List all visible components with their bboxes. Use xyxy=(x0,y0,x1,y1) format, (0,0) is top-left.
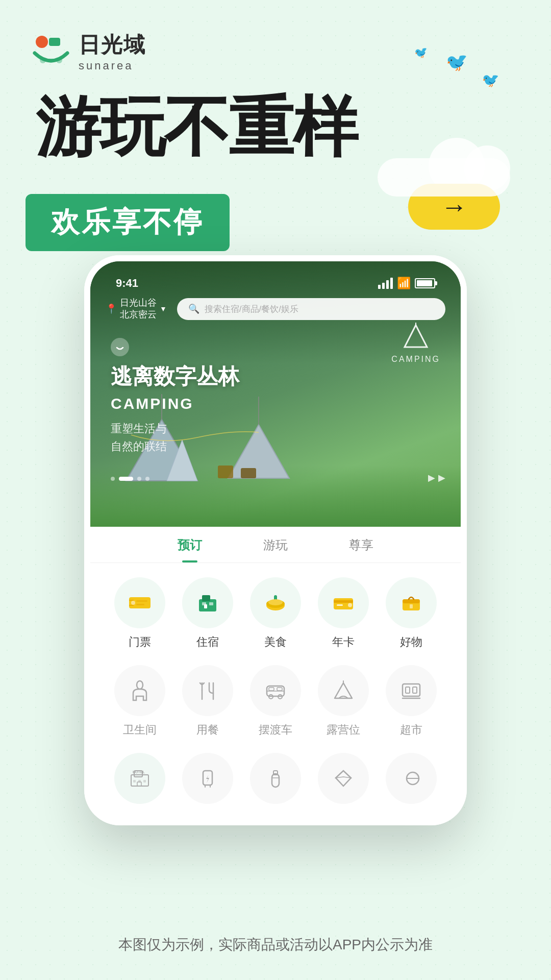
bottle-icon xyxy=(264,767,287,790)
food-label: 美食 xyxy=(264,634,287,650)
icon-charging[interactable] xyxy=(182,753,233,804)
shuttle-circle xyxy=(250,665,301,716)
location-text: 日光山谷 北京密云 xyxy=(120,297,157,321)
camping-label: CAMPING xyxy=(391,355,440,364)
restroom-label: 卫生间 xyxy=(123,722,157,738)
bird-icon-3: 🐦 xyxy=(413,44,431,62)
signal-icon xyxy=(378,278,393,289)
goods-icon xyxy=(398,590,424,616)
shuttle-icon xyxy=(264,679,287,702)
dining-circle xyxy=(182,665,233,716)
banner-logo-small xyxy=(111,338,129,356)
footer-text: 本图仅为示例，实际商品或活动以APP内公示为准 xyxy=(0,935,551,954)
icon-dining[interactable]: 用餐 xyxy=(182,665,233,738)
icon-annual[interactable]: 年卡 xyxy=(318,577,369,650)
svg-rect-52 xyxy=(143,780,146,782)
carousel-dot-4[interactable] xyxy=(145,477,149,481)
goods-label: 好物 xyxy=(400,634,422,650)
icon-restroom[interactable]: 卫生间 xyxy=(114,665,165,738)
supermarket-label: 超市 xyxy=(400,722,422,738)
icon-pill[interactable] xyxy=(386,753,437,804)
location-dropdown-icon[interactable]: ▼ xyxy=(160,305,167,313)
tab-booking[interactable]: 预订 xyxy=(147,537,233,553)
hotel-row3-circle: HOTEL xyxy=(114,753,165,804)
icon-diamond[interactable] xyxy=(318,753,369,804)
status-time: 9:41 xyxy=(116,277,138,290)
banner-title-en: CAMPING xyxy=(111,395,239,412)
tab-premium[interactable]: 尊享 xyxy=(318,537,404,553)
icon-ticket[interactable]: 门票 xyxy=(114,577,165,650)
camping-icon-area: CAMPING xyxy=(391,323,440,364)
carousel-dots xyxy=(111,477,149,481)
supermarket-circle xyxy=(386,665,437,716)
icon-campsite[interactable]: 露营位 xyxy=(318,665,369,738)
banner-content: 逃离数字丛林 CAMPING 重塑生活与 自然的联结 xyxy=(111,338,239,455)
pill-circle xyxy=(386,753,437,804)
banner-area: 9:41 📶 xyxy=(90,261,461,527)
icon-bottle[interactable] xyxy=(250,753,301,804)
icon-shuttle[interactable]: 摆渡车 xyxy=(250,665,301,738)
ticket-icon xyxy=(127,590,153,616)
battery-icon xyxy=(415,278,435,288)
header: 日光域 sunarea xyxy=(31,31,146,72)
svg-rect-15 xyxy=(136,600,147,602)
logo-icon xyxy=(31,34,71,69)
svg-rect-18 xyxy=(202,595,210,601)
svg-point-0 xyxy=(36,36,48,48)
icon-supermarket[interactable]: 超市 xyxy=(386,665,437,738)
tab-bar: 预订 游玩 尊享 xyxy=(90,537,461,563)
icon-hotel[interactable]: 住宿 xyxy=(182,577,233,650)
dining-label: 用餐 xyxy=(196,722,219,738)
icon-grid-row2: 卫生间 用餐 xyxy=(90,660,461,748)
svg-rect-31 xyxy=(403,599,420,603)
svg-point-25 xyxy=(268,599,283,605)
annual-icon xyxy=(331,590,356,616)
campsite-circle xyxy=(318,665,369,716)
campsite-label: 露营位 xyxy=(327,722,360,738)
svg-point-2 xyxy=(40,57,46,63)
cloud-decoration xyxy=(378,158,510,197)
location-bar: 📍 日光山谷 北京密云 ▼ 🔍 搜索住宿/商品/餐饮/娱乐 xyxy=(106,297,445,321)
tab-play[interactable]: 游玩 xyxy=(233,537,318,553)
svg-rect-28 xyxy=(337,604,343,606)
pill-icon xyxy=(399,767,423,790)
svg-rect-20 xyxy=(209,602,213,605)
svg-marker-62 xyxy=(336,771,351,778)
logo-text: 日光域 sunarea xyxy=(79,31,146,72)
svg-point-33 xyxy=(137,681,143,689)
carousel-dot-3[interactable] xyxy=(137,477,141,481)
icon-food[interactable]: 美食 xyxy=(250,577,301,650)
bird-icon-1: 🐦 xyxy=(443,48,472,76)
svg-rect-50 xyxy=(133,780,136,782)
svg-rect-21 xyxy=(202,602,206,605)
logo-english: sunarea xyxy=(79,59,146,72)
shuttle-label: 摆渡车 xyxy=(259,722,292,738)
hotel-circle xyxy=(182,577,233,628)
hero-title: 游玩不重样 xyxy=(36,94,357,160)
banner-subtitle: 重塑生活与 自然的联结 xyxy=(111,420,239,455)
svg-rect-45 xyxy=(406,687,410,693)
svg-rect-9 xyxy=(218,465,233,478)
carousel-dot-1[interactable] xyxy=(111,477,115,481)
icon-hotel-row3[interactable]: HOTEL xyxy=(114,753,165,804)
svg-point-29 xyxy=(348,603,352,607)
campsite-icon xyxy=(332,679,355,702)
search-icon: 🔍 xyxy=(188,303,199,314)
status-icons: 📶 xyxy=(378,277,435,290)
icon-goods[interactable]: 好物 xyxy=(386,577,437,650)
food-circle xyxy=(250,577,301,628)
hotel-building-icon: HOTEL xyxy=(128,767,152,790)
diamond-icon xyxy=(332,767,355,790)
bottom-section: 预订 游玩 尊享 xyxy=(90,527,461,819)
search-bar[interactable]: 🔍 搜索住宿/商品/餐饮/娱乐 xyxy=(177,298,445,320)
svg-rect-53 xyxy=(137,782,141,786)
green-banner: 欢乐享不停 xyxy=(26,194,230,251)
banner-title-cn: 逃离数字丛林 xyxy=(111,362,239,391)
wifi-icon: 📶 xyxy=(397,277,411,290)
status-bar: 9:41 📶 xyxy=(116,277,435,290)
svg-rect-39 xyxy=(277,688,282,691)
carousel-arrows[interactable]: ▶ ▶ xyxy=(428,472,445,483)
carousel-dot-2[interactable] xyxy=(119,477,133,481)
ticket-label: 门票 xyxy=(129,634,151,650)
location-info[interactable]: 📍 日光山谷 北京密云 ▼ xyxy=(106,297,167,321)
